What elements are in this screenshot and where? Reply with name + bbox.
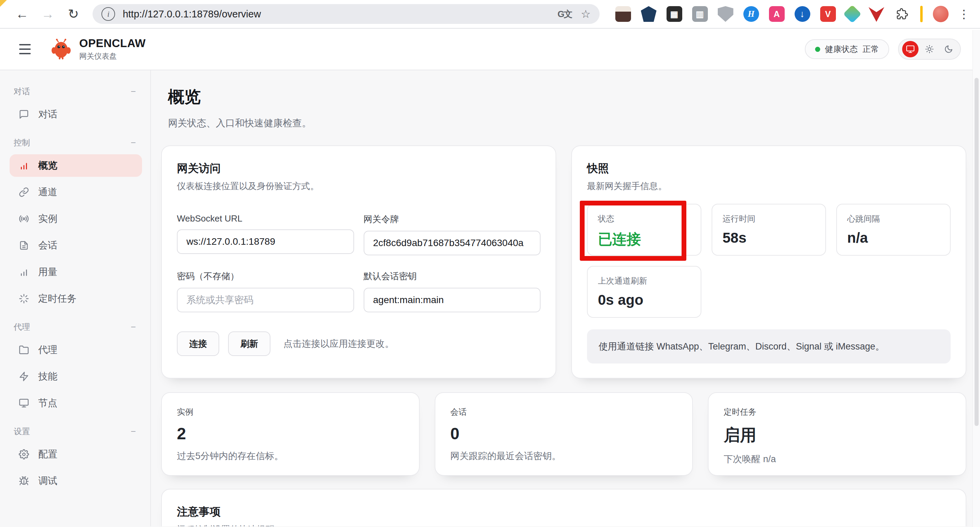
websocket-url-label: WebSocket URL [177, 213, 354, 224]
file-text-icon [18, 240, 29, 251]
grid-extension-icon[interactable]: ▦ [667, 6, 682, 22]
sidebar-item-chat[interactable]: 对话 [10, 103, 142, 125]
status-tile-label: 状态 [598, 213, 690, 224]
v-extension-icon[interactable]: V [820, 6, 836, 22]
theme-light-button[interactable] [921, 41, 938, 57]
connect-button[interactable]: 连接 [177, 332, 219, 356]
snapshot-card-title: 快照 [587, 161, 951, 176]
openclaw-logo-icon [51, 38, 71, 60]
collapse-icon[interactable]: − [129, 322, 138, 332]
gateway-access-card: 网关访问 仪表板连接位置以及身份验证方式。 WebSocket URL 网关令牌… [161, 145, 556, 379]
bug-icon [18, 476, 29, 486]
snapshot-card-subtitle: 最新网关握手信息。 [587, 180, 951, 192]
sidebar-item-overview[interactable]: 概览 [10, 154, 142, 177]
uptime-tile: 运行时间 58s [712, 204, 826, 256]
sidebar-item-nodes[interactable]: 节点 [10, 392, 142, 414]
password-input[interactable] [177, 288, 354, 312]
refresh-button[interactable]: 刷新 [228, 332, 270, 356]
sidebar-item-label: 用量 [38, 265, 57, 278]
browser-toolbar: ← → ↻ i http://127.0.0.1:18789/overview … [0, 0, 980, 29]
sidebar-item-sessions[interactable]: 会话 [10, 234, 142, 257]
main-content: 概览 网关状态、入口和快速健康检查。 网关访问 仪表板连接位置以及身份验证方式。… [151, 70, 980, 526]
collapse-icon[interactable]: − [129, 426, 138, 437]
moon-icon [944, 45, 953, 54]
sidebar-item-skills[interactable]: 技能 [10, 365, 142, 388]
monitor-icon [906, 45, 915, 54]
back-button[interactable]: ← [12, 4, 32, 24]
stat-value: 0 [450, 424, 678, 443]
password-label: 密码（不存储） [177, 270, 354, 282]
sidebar-item-label: 配置 [38, 448, 57, 461]
translate-extension-icon[interactable]: A [769, 6, 785, 22]
sidebar-item-label: 通道 [38, 186, 57, 198]
theme-dark-button[interactable] [940, 41, 957, 57]
stat-desc: 过去5分钟内的存在信标。 [177, 450, 404, 462]
sidebar: 对话 − 对话 控制 − 概览 通道 实例 [0, 70, 151, 526]
notes-card-subtitle: 远程控制设置的快速提醒。 [177, 524, 951, 526]
bar-chart-icon [18, 160, 29, 171]
h-extension-icon[interactable]: H [743, 6, 759, 22]
fork-extension-icon[interactable] [641, 6, 657, 22]
sessions-stat-card: 会话 0 网关跟踪的最近会话密钥。 [435, 392, 693, 476]
heartbeat-tile-value: n/a [847, 230, 940, 246]
address-bar[interactable]: i http://127.0.0.1:18789/overview G文 ☆ [92, 4, 599, 24]
stat-desc: 下次唤醒 n/a [724, 453, 951, 465]
sidebar-item-channels[interactable]: 通道 [10, 181, 142, 203]
page-translate-icon[interactable]: G文 [558, 8, 572, 20]
shield-extension-icon[interactable] [718, 6, 733, 22]
notes-card: 注意事项 远程控制设置的快速提醒。 [161, 489, 966, 526]
profile-separator [920, 6, 923, 22]
last-refresh-tile-value: 0s ago [598, 292, 690, 308]
stat-label: 定时任务 [724, 406, 951, 417]
collapse-icon[interactable]: − [129, 138, 138, 148]
cron-stat-card: 定时任务 启用 下次唤醒 n/a [708, 392, 966, 476]
broadcast-icon [18, 214, 29, 224]
site-info-icon[interactable]: i [102, 7, 115, 21]
page-title: 概览 [168, 86, 966, 108]
session-key-input[interactable] [364, 288, 541, 312]
sidebar-item-label: 调试 [38, 475, 57, 487]
sidebar-item-debug[interactable]: 调试 [10, 470, 142, 492]
theme-system-button[interactable] [902, 41, 918, 57]
gateway-card-subtitle: 仪表板连接位置以及身份验证方式。 [177, 180, 541, 192]
bookmark-star-icon[interactable]: ☆ [581, 8, 591, 21]
sidebar-section-control: 控制 [14, 137, 30, 148]
url-text[interactable]: http://127.0.0.1:18789/overview [123, 8, 548, 20]
scrollbar-thumb[interactable] [975, 78, 978, 426]
sidebar-item-usage[interactable]: 用量 [10, 261, 142, 283]
extensions-puzzle-icon[interactable] [894, 6, 910, 22]
sidebar-section-agents: 代理 [14, 322, 30, 332]
websocket-url-input[interactable] [177, 229, 354, 254]
sidebar-item-cron[interactable]: 定时任务 [10, 287, 142, 310]
page-scrollbar[interactable] [972, 30, 980, 527]
stat-label: 实例 [177, 406, 404, 417]
bird-extension-icon[interactable] [869, 6, 885, 22]
health-value: 正常 [862, 44, 879, 55]
sidebar-item-instances[interactable]: 实例 [10, 208, 142, 230]
sidebar-item-config[interactable]: 配置 [10, 443, 142, 465]
hamburger-menu-button[interactable] [19, 42, 35, 56]
reload-button[interactable]: ↻ [64, 4, 83, 24]
sidebar-item-label: 定时任务 [38, 292, 76, 305]
bar-chart-icon [18, 267, 29, 277]
mask-extension-icon[interactable] [615, 6, 631, 22]
sidebar-item-agents[interactable]: 代理 [10, 338, 142, 361]
sidebar-section-settings: 设置 [14, 426, 30, 437]
last-refresh-tile: 上次通道刷新 0s ago [587, 266, 702, 318]
download-extension-icon[interactable]: ↓ [795, 6, 810, 22]
health-label: 健康状态 [825, 44, 858, 55]
folder-icon [18, 345, 29, 355]
diamond-extension-icon[interactable] [843, 5, 862, 23]
instances-stat-card: 实例 2 过去5分钟内的存在信标。 [161, 392, 420, 476]
forward-button[interactable]: → [38, 4, 57, 24]
heartbeat-tile: 心跳间隔 n/a [836, 204, 951, 256]
gateway-token-input[interactable] [364, 231, 541, 255]
notes-extension-icon[interactable]: ▥ [692, 6, 708, 22]
status-tile-value: 已连接 [598, 230, 690, 249]
collapse-icon[interactable]: − [129, 86, 138, 97]
profile-avatar[interactable] [933, 6, 948, 22]
browser-menu-button[interactable]: ⋮ [958, 7, 970, 21]
uptime-tile-value: 58s [722, 230, 815, 246]
channels-note: 使用通道链接 WhatsApp、Telegram、Discord、Signal … [587, 329, 951, 364]
notes-card-title: 注意事项 [177, 505, 951, 519]
